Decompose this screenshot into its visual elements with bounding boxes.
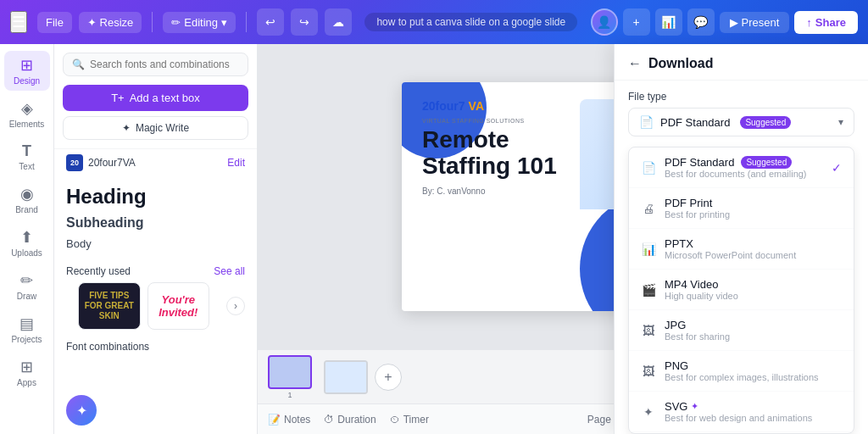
svg-badge: ✦ (691, 401, 698, 412)
filetype-section: File type 📄 PDF Standard Suggested ▾ (615, 81, 868, 147)
di-left: 📄 PDF Standard Suggested Best for docume… (641, 156, 807, 179)
dropdown-item-png[interactable]: 🖼 PNG Best for complex images, illustrat… (629, 351, 854, 392)
sidebar-item-label: Text (19, 162, 34, 171)
avatar[interactable]: 👤 (591, 8, 618, 36)
edit-font-link[interactable]: Edit (227, 157, 245, 169)
present-button[interactable]: ▶ Present (720, 12, 790, 33)
sidebar-item-projects[interactable]: ▤ Projects (4, 309, 50, 349)
notes-icon: 📝 (268, 414, 281, 426)
thumbnail-item-1: 1 (268, 355, 312, 399)
duration-button[interactable]: ⏱ Duration (324, 414, 376, 426)
font-source-icon: 20 (66, 154, 83, 171)
sidebar-item-text[interactable]: T Text (4, 137, 50, 176)
dropdown-item-pdf-print[interactable]: 🖨 PDF Print Best for printing (629, 188, 854, 229)
chevron-down-icon: ▾ (221, 16, 227, 29)
di-name: JPG (665, 319, 730, 331)
present-icon: ▶ (730, 16, 738, 29)
present-label: Present (742, 16, 780, 29)
dropdown-item-svg[interactable]: ✦ SVG ✦ Best for web design and animatio… (629, 392, 854, 432)
slide-thumbnail-1[interactable] (268, 355, 312, 389)
sidebar-item-draw[interactable]: ✏ Draw (4, 266, 50, 306)
font-thumbnails-row: FIVE TIPS FOR GREAT SKIN You're Invited!… (54, 282, 257, 330)
slide-logo-va: VA (469, 99, 484, 113)
di-desc: Best for printing (665, 209, 730, 220)
di-name: PDF Standard Suggested (665, 156, 807, 169)
left-panel: 🔍 T+ Add a text box ✦ Magic Write 20 20f… (54, 44, 258, 434)
di-info: PNG Best for complex images, illustratio… (665, 359, 819, 382)
di-name: PPTX (665, 237, 796, 250)
text-style-heading[interactable]: Heading (66, 181, 245, 212)
scroll-right-arrow[interactable]: › (226, 297, 245, 315)
di-info: MP4 Video High quality video (665, 278, 738, 301)
text-style-body[interactable]: Body (66, 234, 245, 253)
di-info: PDF Standard Suggested Best for document… (665, 156, 807, 179)
ai-assistant-button[interactable]: ✦ (66, 395, 97, 426)
duration-label: Duration (337, 414, 376, 426)
svg-icon: ✦ (641, 405, 656, 419)
search-input[interactable] (90, 58, 239, 70)
comment-button[interactable]: 💬 (687, 8, 715, 36)
dropdown-item-pdf-standard[interactable]: 📄 PDF Standard Suggested Best for docume… (629, 147, 854, 188)
add-slide-button[interactable]: + (375, 364, 402, 391)
timer-label: Timer (403, 414, 429, 426)
sidebar-item-label: Brand (15, 205, 38, 214)
add-button[interactable]: + (623, 8, 650, 36)
redo-button[interactable]: ↪ (291, 8, 318, 36)
sidebar-item-label: Uploads (11, 248, 42, 258)
dropdown-item-jpg[interactable]: 🖼 JPG Best for sharing (629, 310, 854, 351)
magic-write-button[interactable]: ✦ Magic Write (63, 116, 248, 140)
download-panel: ← Download File type 📄 PDF Standard Sugg… (614, 44, 868, 434)
di-desc: Best for complex images, illustrations (665, 372, 819, 382)
check-icon: ✓ (832, 161, 842, 175)
share-button[interactable]: ↑ Share (794, 11, 858, 34)
search-box[interactable]: 🔍 (63, 53, 248, 76)
sidebar-item-apps[interactable]: ⊞ Apps (4, 353, 50, 392)
sidebar-item-uploads[interactable]: ⬆ Uploads (4, 223, 50, 263)
undo-button[interactable]: ↩ (257, 8, 284, 36)
back-button[interactable]: ← (628, 56, 642, 71)
dropdown-item-pptx[interactable]: 📊 PPTX Microsoft PowerPoint document (629, 229, 854, 270)
brand-icon: ◉ (20, 185, 34, 203)
analytics-button[interactable]: 📊 (655, 8, 682, 36)
icon-nav: ⊞ Design ◈ Elements T Text ◉ Brand ⬆ Upl… (0, 44, 54, 434)
filetype-select[interactable]: 📄 PDF Standard Suggested ▾ (628, 108, 854, 136)
font-combo-label: Font combinations (66, 341, 149, 353)
font-thumb-2-text: You're Invited! (148, 293, 209, 319)
topbar-right: 👤 + 📊 💬 ▶ Present ↑ Share (591, 8, 858, 36)
panel-title: Download (648, 56, 713, 71)
sidebar-item-elements[interactable]: ◈ Elements (4, 94, 50, 134)
font-thumbnail-1[interactable]: FIVE TIPS FOR GREAT SKIN (78, 282, 141, 330)
file-button[interactable]: File (37, 12, 72, 33)
edit-icon: ✏ (171, 16, 181, 29)
resize-button[interactable]: ✦ Resize (79, 12, 142, 33)
magic-icon: ✦ (122, 122, 131, 134)
sidebar-item-brand[interactable]: ◉ Brand (4, 180, 50, 220)
font-thumbnail-2[interactable]: You're Invited! (147, 282, 210, 330)
topbar-divider-1 (152, 12, 153, 32)
font-combo-section: Font combinations (54, 330, 257, 357)
slide-title-line1: Remote (422, 127, 577, 153)
thumb-label-1: 1 (287, 391, 292, 399)
font-source-left: 20 20four7VA (66, 154, 136, 171)
filetype-section-label: File type (628, 91, 854, 103)
text-style-list: Heading Subheading Body (54, 176, 257, 259)
cloud-save-button[interactable]: ☁ (325, 8, 352, 36)
add-textbox-button[interactable]: T+ Add a text box (63, 85, 248, 111)
png-icon: 🖼 (641, 364, 656, 378)
see-all-link[interactable]: See all (214, 265, 245, 277)
font-thumb-1-text: FIVE TIPS FOR GREAT SKIN (79, 287, 140, 325)
search-icon: 🔍 (72, 58, 85, 70)
editing-button[interactable]: ✏ Editing ▾ (163, 12, 236, 33)
menu-button[interactable]: ☰ (10, 11, 27, 33)
slide-thumbnail-2[interactable] (324, 360, 368, 394)
di-info: JPG Best for sharing (665, 319, 730, 342)
di-left: ✦ SVG ✦ Best for web design and animatio… (641, 400, 812, 423)
sidebar-item-label: Design (14, 76, 40, 86)
sidebar-item-design[interactable]: ⊞ Design (4, 51, 50, 91)
dropdown-item-mp4[interactable]: 🎬 MP4 Video High quality video (629, 270, 854, 310)
timer-button[interactable]: ⏲ Timer (390, 414, 429, 426)
di-desc: Best for web design and animations (665, 413, 812, 423)
pdf-standard-icon: 📄 (641, 161, 656, 175)
notes-button[interactable]: 📝 Notes (268, 414, 310, 426)
text-style-subheading[interactable]: Subheading (66, 212, 245, 234)
